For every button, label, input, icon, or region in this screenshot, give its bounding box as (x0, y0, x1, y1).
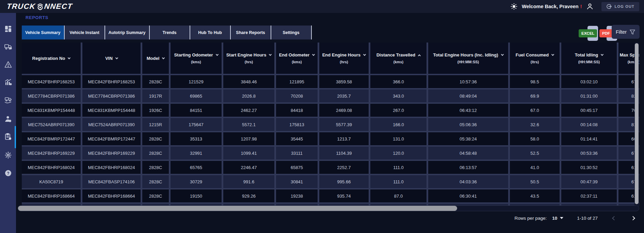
tab-share-reports[interactable]: Share Reports (231, 26, 271, 39)
table-cell: 00:53:36 (561, 147, 617, 160)
sort-chevron-down-icon (601, 53, 603, 56)
vertical-scrollbar-thumb[interactable] (635, 43, 639, 204)
help-icon[interactable]: ? (4, 169, 13, 178)
table-cell: 175813 (276, 118, 318, 131)
app-logo: TRUCK NNECT (7, 2, 73, 11)
tab-vehicle-summary[interactable]: Vehicle Summary (22, 26, 65, 39)
table-cell: 5577.39 (319, 118, 369, 131)
alerts-icon[interactable] (4, 60, 13, 69)
table-cell: 2828C (142, 175, 169, 188)
export-excel-button[interactable]: EXCEL (579, 26, 598, 41)
sort-chevron-down-icon (115, 56, 118, 59)
column-header-vin[interactable]: VIN (82, 43, 141, 74)
table-cell: 2828C (142, 161, 169, 174)
table-cell: 67.0 (510, 104, 560, 117)
table-cell: 35313 (171, 132, 222, 145)
truck-tracking-icon[interactable] (4, 42, 13, 51)
column-header-starting-odometer[interactable]: Starting Odometer(kms) (171, 43, 222, 74)
table-cell: 01:14:41 (561, 132, 617, 145)
rows-per-page-select[interactable]: 10 (552, 216, 563, 221)
table-cell: 2026.8 (223, 89, 274, 102)
table-cell: MEC842FBHRP168253 (82, 75, 141, 88)
table-cell: 30841 (276, 175, 318, 188)
active-nav-indicator (15, 126, 16, 148)
sort-chevron-up-icon (418, 54, 421, 57)
column-header-total-engine-hours-inc-idling-[interactable]: Total Engine Hours (Inc. Idling)(HH:MM:S… (428, 43, 508, 74)
table-cell: 995.66 (319, 175, 369, 188)
driver-icon[interactable] (4, 115, 13, 123)
column-header-end-engine-hours[interactable]: End Engine Hours(hrs) (319, 43, 369, 74)
top-bar: TRUCK NNECT Welcome Back, Praveen! (0, 0, 644, 13)
previous-page-button[interactable] (612, 216, 616, 220)
tab-autotrip-summary[interactable]: Autotrip Summary (105, 26, 150, 39)
table-cell: 5572.1 (223, 118, 274, 131)
column-header-end-odometer[interactable]: End Odometer(kms) (276, 43, 318, 74)
table-cell: 166.0 (370, 118, 426, 131)
horizontal-scrollbar[interactable] (18, 205, 639, 211)
column-label: End Odometer (279, 52, 310, 57)
sort-chevron-down-icon (551, 53, 554, 56)
vertical-scrollbar[interactable] (634, 43, 639, 206)
table-cell: 00:45:17 (561, 104, 617, 117)
table-cell: 19150 (171, 189, 222, 202)
table-cell: 343.0 (370, 89, 426, 102)
user-icon[interactable] (586, 3, 594, 10)
column-header-model[interactable]: Model (142, 43, 169, 74)
column-header-start-engine-hours[interactable]: Start Engine Hours(hrs) (223, 43, 274, 74)
table-cell: 02:37:11 (561, 189, 617, 202)
table-cell: 41.0 (510, 161, 560, 174)
column-header-distance-travelled[interactable]: Distance Travelled(kms) (370, 43, 426, 74)
column-unit: (kms) (292, 60, 302, 64)
table-cell: 01:30:52 (561, 161, 617, 174)
rows-per-page-value: 10 (552, 216, 557, 221)
table-cell: 1215R (142, 118, 169, 131)
filter-label: Filter (616, 29, 627, 35)
column-header-total-idling[interactable]: Total Idling(HH:MM:SS) (561, 43, 617, 74)
settings-icon[interactable] (4, 151, 13, 160)
table-cell: 84151 (171, 104, 222, 117)
vehicle-care-icon[interactable] (4, 96, 13, 104)
column-header-registration-no[interactable]: Registration No (22, 43, 81, 74)
table-cell: 87.0 (370, 189, 426, 202)
pdf-label: PDF (599, 29, 613, 37)
sort-chevron-down-icon (162, 56, 165, 59)
logout-label: LOG OUT (614, 4, 634, 9)
tab-trends[interactable]: Trends (150, 26, 190, 39)
trends-icon[interactable] (4, 78, 13, 87)
table-cell: 03:02:10 (561, 75, 617, 88)
table-cell: 04:58:48 (428, 147, 508, 160)
rows-per-page-label: Rows per page: (515, 216, 547, 221)
column-label: Total Engine Hours (Inc. Idling) (433, 52, 498, 57)
brightness-icon[interactable] (511, 3, 517, 10)
column-label: Distance Travelled (376, 52, 415, 57)
table-cell: 70208 (276, 89, 318, 102)
table-cell: MEC831KBMPP154448 (82, 104, 141, 117)
column-unit: (kms) (191, 60, 201, 64)
table-cell: 1099.41 (223, 147, 274, 160)
reports-icon[interactable] (4, 132, 13, 141)
tab-bar: Vehicle SummaryVehicle InstantAutotrip S… (22, 26, 312, 39)
table-cell: 06:43:12 (428, 104, 508, 117)
logo-text-left: TRUCK (6, 2, 36, 11)
table-cell: 69.9 (510, 89, 560, 102)
tab-settings[interactable]: Settings (271, 26, 312, 39)
filter-button[interactable]: Filter (612, 25, 640, 39)
column-header-fuel-consumed[interactable]: Fuel Consumed(ltrs) (510, 43, 560, 74)
logout-button[interactable]: LOG OUT (601, 2, 639, 11)
table-cell: MEC842FBMRP172447 (22, 132, 81, 145)
sort-chevron-down-icon (215, 53, 218, 56)
table-cell: MEC842FBHRP168664 (82, 189, 141, 202)
table-cell: 06:30:41 (428, 189, 508, 202)
table-cell: 1104.39 (319, 147, 369, 160)
table-cell: 50.5 (510, 175, 560, 188)
sort-chevron-down-icon (363, 53, 366, 56)
column-label: Total Idling (575, 52, 598, 57)
dashboard-icon[interactable] (4, 24, 13, 33)
tab-hub-to-hub[interactable]: Hub To Hub (190, 26, 231, 39)
horizontal-scrollbar-thumb[interactable] (18, 206, 457, 211)
next-page-button[interactable] (631, 216, 635, 220)
tab-vehicle-instant[interactable]: Vehicle Instant (65, 26, 105, 39)
table-cell: 111.0 (370, 161, 426, 174)
table-cell: MEC7784CBRP071386 (82, 89, 141, 102)
table-cell: MEC842FBHRP169229 (22, 147, 81, 160)
